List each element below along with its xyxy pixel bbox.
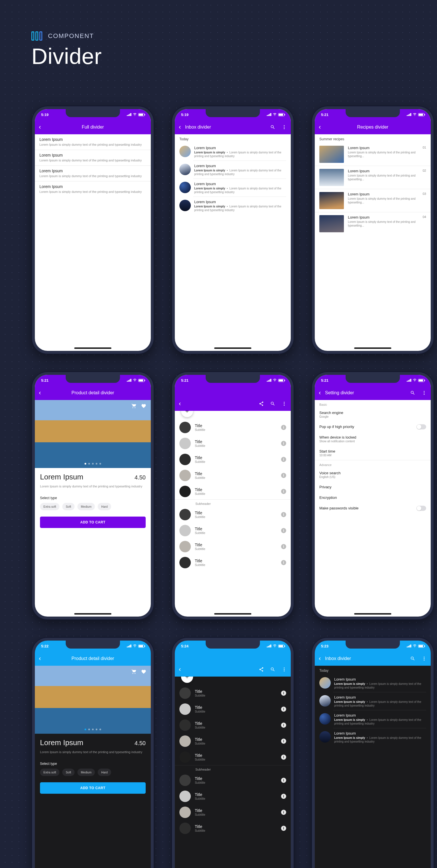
chip-soft[interactable]: Soft	[62, 769, 74, 776]
carousel-dots[interactable]	[85, 463, 101, 465]
add-to-cart-button[interactable]: ADD TO CART	[40, 782, 146, 794]
more-icon[interactable]	[282, 667, 287, 672]
list-item[interactable]: TitleSubtitlei	[175, 435, 291, 452]
list-item[interactable]: Lorem IpsumLorem Ipsum is simply dummy t…	[35, 181, 151, 197]
search-icon[interactable]	[410, 656, 415, 661]
toggle[interactable]	[416, 424, 426, 429]
product-hero[interactable]	[35, 400, 151, 468]
info-icon[interactable]: i	[281, 457, 286, 462]
add-to-cart-button[interactable]: ADD TO CART	[40, 517, 146, 528]
inbox-row[interactable]: Lorem IpsumLorem Ipsum is simply • Lorem…	[315, 674, 431, 692]
recipe-row[interactable]: Lorem IpsumLorem Ipsum is simply dummy t…	[315, 189, 431, 212]
list-item[interactable]: TitleSubtitlei	[175, 538, 291, 555]
more-icon[interactable]	[422, 656, 427, 661]
more-icon[interactable]	[422, 390, 427, 396]
info-icon[interactable]: i	[281, 512, 286, 517]
list-item[interactable]: TitleSubtitlei	[175, 701, 291, 717]
back-icon[interactable]: ‹	[319, 655, 321, 662]
list-item[interactable]: TitleSubtitlei	[175, 555, 291, 570]
setting-voice-search[interactable]: Voice searchEnglish (US)	[315, 468, 431, 482]
list-item[interactable]: TitleSubtitlei	[175, 733, 291, 749]
list-item[interactable]: Lorem IpsumLorem Ipsum is simply dummy t…	[35, 134, 151, 150]
search-icon[interactable]	[270, 125, 275, 130]
info-icon[interactable]: i	[281, 778, 286, 783]
chip-extra-soft[interactable]: Extra soft	[40, 769, 59, 776]
list-item[interactable]: Lorem IpsumLorem Ipsum is simply dummy t…	[35, 166, 151, 181]
chip-extra-soft[interactable]: Extra soft	[40, 503, 59, 510]
setting-start-time[interactable]: Start time10:00 AM	[315, 446, 431, 460]
list-item[interactable]: TitleSubtitlei	[175, 484, 291, 499]
cart-icon[interactable]	[131, 403, 136, 409]
back-icon[interactable]: ‹	[39, 123, 41, 131]
inbox-row[interactable]: Lorem IpsumLorem Ipsum is simply • Lorem…	[175, 197, 291, 215]
heart-icon[interactable]	[141, 403, 146, 409]
list-item[interactable]: TitleSubtitlei	[175, 452, 291, 467]
chip-medium[interactable]: Medium	[77, 769, 95, 776]
back-icon[interactable]: ‹	[179, 666, 181, 673]
info-icon[interactable]: i	[281, 722, 286, 728]
setting-search-engine[interactable]: Search engineGoogle	[315, 407, 431, 422]
search-icon[interactable]	[270, 667, 275, 672]
back-icon[interactable]: ‹	[39, 655, 41, 662]
info-icon[interactable]: i	[281, 489, 286, 494]
info-icon[interactable]: i	[281, 690, 286, 696]
setting-locked[interactable]: When device is lockedShow all notificati…	[315, 432, 431, 446]
info-icon[interactable]: i	[281, 826, 286, 831]
list-item[interactable]: TitleSubtitlei	[175, 685, 291, 701]
list-item[interactable]: TitleSubtitlei	[175, 523, 291, 538]
search-icon[interactable]	[410, 390, 415, 396]
info-icon[interactable]: i	[281, 441, 286, 446]
setting-passwords[interactable]: Make passwords visible	[315, 503, 431, 514]
info-icon[interactable]: i	[281, 473, 286, 478]
setting-popup[interactable]: Pop up if high priority	[315, 422, 431, 432]
share-icon[interactable]	[259, 667, 264, 672]
info-icon[interactable]: i	[281, 528, 286, 533]
chip-soft[interactable]: Soft	[62, 503, 74, 510]
info-icon[interactable]: i	[281, 754, 286, 760]
info-icon[interactable]: i	[281, 739, 286, 744]
back-icon[interactable]: ‹	[39, 389, 41, 397]
info-icon[interactable]: i	[281, 560, 286, 565]
recipe-row[interactable]: Lorem IpsumLorem Ipsum is simply dummy t…	[315, 212, 431, 235]
more-icon[interactable]	[282, 401, 287, 406]
inbox-row[interactable]: Lorem IpsumLorem Ipsum is simply • Lorem…	[175, 161, 291, 179]
list-item[interactable]: TitleSubtitlei	[175, 717, 291, 733]
product-hero[interactable]	[35, 666, 151, 734]
info-icon[interactable]: i	[281, 707, 286, 712]
chip-hard[interactable]: Hard	[98, 503, 111, 510]
inbox-row[interactable]: Lorem IpsumLorem Ipsum is simply • Lorem…	[175, 143, 291, 161]
list-item[interactable]: TitleSubtitlei	[175, 820, 291, 836]
toggle[interactable]	[416, 506, 426, 511]
inbox-row[interactable]: Lorem IpsumLorem Ipsum is simply • Lorem…	[175, 179, 291, 197]
list-item[interactable]: TitleSubtitlei	[175, 506, 291, 523]
more-icon[interactable]	[282, 125, 287, 130]
inbox-row[interactable]: Lorem IpsumLorem Ipsum is simply • Lorem…	[315, 710, 431, 728]
recipe-row[interactable]: Lorem IpsumLorem Ipsum is simply dummy t…	[315, 143, 431, 166]
list-item[interactable]: TitleSubtitlei	[175, 749, 291, 765]
back-icon[interactable]: ‹	[179, 400, 181, 407]
cart-icon[interactable]	[131, 669, 136, 674]
list-item[interactable]: TitleSubtitlei	[175, 467, 291, 484]
info-icon[interactable]: i	[281, 425, 286, 430]
heart-icon[interactable]	[141, 669, 146, 674]
list-item[interactable]: Lorem IpsumLorem Ipsum is simply dummy t…	[35, 150, 151, 166]
list-item[interactable]: TitleSubtitlei	[175, 772, 291, 788]
chip-medium[interactable]: Medium	[77, 503, 95, 510]
inbox-row[interactable]: Lorem IpsumLorem Ipsum is simply • Lorem…	[315, 692, 431, 710]
info-icon[interactable]: i	[281, 794, 286, 799]
info-icon[interactable]: i	[281, 810, 286, 815]
inbox-row[interactable]: Lorem IpsumLorem Ipsum is simply • Lorem…	[315, 728, 431, 746]
chip-hard[interactable]: Hard	[98, 769, 111, 776]
list-item[interactable]: TitleSubtitlei	[175, 804, 291, 820]
search-icon[interactable]	[270, 401, 275, 406]
list-item[interactable]: TitleSubtitlei	[175, 420, 291, 435]
carousel-dots[interactable]	[85, 728, 101, 730]
recipe-row[interactable]: Lorem IpsumLorem Ipsum is simply dummy t…	[315, 166, 431, 189]
back-icon[interactable]: ‹	[179, 123, 181, 131]
back-icon[interactable]: ‹	[319, 389, 321, 397]
info-icon[interactable]: i	[281, 544, 286, 549]
share-icon[interactable]	[259, 401, 264, 406]
back-icon[interactable]: ‹	[319, 123, 321, 131]
list-item[interactable]: TitleSubtitlei	[175, 788, 291, 804]
setting-encryption[interactable]: Encryption	[315, 492, 431, 503]
